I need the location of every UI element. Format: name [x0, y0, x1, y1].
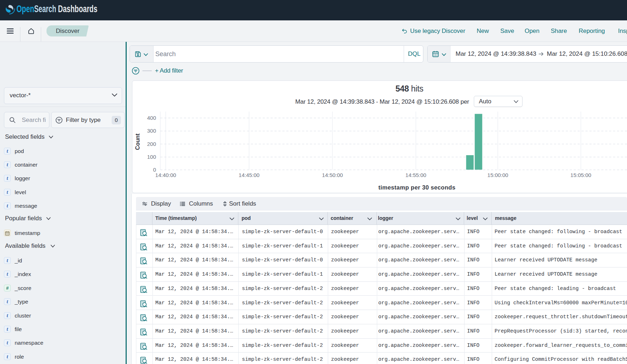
svg-text:100: 100 [147, 154, 156, 160]
svg-text:200: 200 [147, 141, 156, 147]
svg-text:300: 300 [147, 128, 156, 134]
svg-text:OpenSearchDashboards: OpenSearchDashboards [16, 4, 97, 14]
svg-text:14:45:00: 14:45:00 [239, 172, 259, 178]
svg-text:14:55:00: 14:55:00 [405, 172, 426, 178]
svg-text:14:50:00: 14:50:00 [322, 172, 343, 178]
svg-text:15:05:00: 15:05:00 [570, 172, 591, 178]
svg-text:400: 400 [147, 115, 156, 121]
svg-text:15:00:00: 15:00:00 [487, 172, 508, 178]
svg-text:timestamp per 30 seconds: timestamp per 30 seconds [378, 184, 456, 191]
svg-text:14:40:00: 14:40:00 [155, 172, 176, 178]
svg-text:Count: Count [135, 133, 141, 150]
